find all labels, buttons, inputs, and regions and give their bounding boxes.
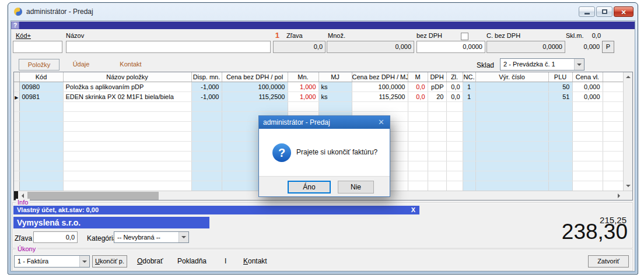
mnoz-field[interactable]: 0,000 bbox=[327, 41, 414, 53]
finish-button[interactable]: Ukončiť p. bbox=[92, 255, 127, 268]
kod-input[interactable] bbox=[13, 41, 62, 53]
dialog-message: Prajete si ukončiť faktúru? bbox=[296, 148, 377, 156]
empty-cell bbox=[572, 171, 603, 181]
empty-cell bbox=[603, 181, 623, 191]
empty-cell bbox=[14, 151, 19, 161]
close-window-button[interactable]: Zatvoriť bbox=[588, 255, 629, 268]
chevron-down-icon[interactable] bbox=[79, 256, 89, 267]
cell-nazov[interactable]: Položka s aplikovaním pDP bbox=[63, 82, 191, 92]
nazov-input[interactable] bbox=[66, 41, 271, 53]
kategoria-combobox[interactable]: -- Nevybraná -- bbox=[114, 231, 189, 243]
zlava-field[interactable]: 0,0 bbox=[273, 41, 326, 53]
cell-plu[interactable]: 51 bbox=[548, 92, 572, 101]
tab-polozky[interactable]: Položky bbox=[19, 59, 60, 71]
cell-kod[interactable]: 00980 bbox=[19, 82, 63, 92]
titlebar[interactable]: administrátor - Predaj bbox=[8, 3, 638, 20]
header-disp[interactable]: Disp. mn. bbox=[191, 72, 222, 82]
cell-cena-pol[interactable]: 100,0000 bbox=[222, 82, 288, 92]
cell-mj[interactable]: ks bbox=[318, 92, 352, 101]
header-cena-vl[interactable]: Cena vl. bbox=[572, 72, 603, 82]
zlava-bottom-input[interactable]: 0,0 bbox=[33, 231, 78, 243]
cell-dph[interactable]: pDP bbox=[428, 82, 446, 92]
cell-nc[interactable]: 1 bbox=[463, 82, 475, 92]
empty-cell bbox=[463, 161, 475, 171]
mnoz-label: Množ. bbox=[328, 32, 345, 39]
account-close-icon[interactable]: X bbox=[411, 206, 415, 214]
cell-nc[interactable]: 1 bbox=[463, 92, 475, 101]
cell-zl[interactable]: 0,0 bbox=[446, 92, 463, 101]
cell-dph[interactable]: 20 bbox=[428, 92, 446, 101]
header-plu[interactable]: PLU bbox=[548, 72, 572, 82]
doctype-combobox[interactable]: 1 - Faktúra bbox=[14, 255, 90, 268]
maximize-button[interactable] bbox=[596, 6, 612, 17]
header-kod[interactable]: Kód bbox=[19, 72, 63, 82]
empty-cell bbox=[14, 141, 19, 151]
vertical-scrollbar[interactable] bbox=[623, 72, 632, 191]
minimize-button[interactable] bbox=[579, 6, 595, 17]
header-nc[interactable]: NC. bbox=[463, 72, 475, 82]
contact-button[interactable]: Kontakt bbox=[243, 257, 267, 265]
cell-cena-pol[interactable]: 115,2500 bbox=[222, 92, 288, 101]
help-button[interactable]: ? bbox=[11, 22, 19, 29]
empty-cell bbox=[408, 111, 428, 121]
dialog-title[interactable]: administrátor - Predaj bbox=[259, 116, 390, 129]
empty-cell bbox=[475, 101, 548, 111]
cell-cena-mj[interactable]: 115,2500 bbox=[352, 92, 408, 101]
tab-kontakt[interactable]: Kontakt bbox=[115, 59, 146, 71]
empty-cell bbox=[19, 161, 63, 171]
sklad-combobox[interactable]: 2 - Prevádzka č. 1 bbox=[500, 58, 584, 71]
scroll-down-icon[interactable] bbox=[624, 181, 633, 191]
dph-checkbox[interactable] bbox=[461, 33, 468, 40]
no-button[interactable]: Nie bbox=[338, 181, 374, 193]
header-row: Kód Názov položky Disp. mn. Cena bez DPH… bbox=[14, 72, 623, 82]
header-cena-pol[interactable]: Cena bez DPH / pol bbox=[222, 72, 288, 82]
header-dph[interactable]: DPH bbox=[428, 72, 446, 82]
cell-mn[interactable]: 1,000 bbox=[288, 82, 318, 92]
cell-cena-vl[interactable]: 0,000 bbox=[572, 82, 603, 92]
empty-cell bbox=[548, 101, 572, 111]
header-vyr-cislo[interactable]: Výr. číslo bbox=[475, 72, 548, 82]
empty-cell bbox=[446, 141, 463, 151]
empty-cell bbox=[548, 121, 572, 131]
header-mj[interactable]: MJ bbox=[318, 72, 352, 82]
cell-mj[interactable]: ks bbox=[318, 82, 352, 92]
header-m[interactable]: M bbox=[408, 72, 428, 82]
bezdph-field[interactable]: 0,0000 bbox=[416, 41, 485, 53]
account-info-text: Vlastný účet, akt.stav: 0,00 bbox=[17, 206, 99, 213]
cell-disp[interactable]: -1,000 bbox=[191, 92, 222, 101]
empty-cell bbox=[463, 111, 475, 121]
header-cena-mj[interactable]: Cena bez DPH / MJ bbox=[352, 72, 408, 82]
i-button[interactable]: I bbox=[225, 257, 226, 265]
cbezdph-field[interactable]: 0,0000 bbox=[487, 41, 565, 53]
cell-vyr[interactable] bbox=[475, 92, 548, 101]
tab-udaje[interactable]: Údaje bbox=[68, 59, 94, 71]
cell-m[interactable]: 0,0 bbox=[408, 92, 428, 101]
empty-cell bbox=[572, 101, 603, 111]
dialog-close-icon[interactable] bbox=[378, 116, 384, 129]
close-button[interactable] bbox=[614, 6, 634, 17]
cell-kod[interactable]: 00981 bbox=[19, 92, 63, 101]
cell-vyr[interactable] bbox=[475, 82, 548, 92]
remove-button[interactable]: Odobrať bbox=[137, 257, 163, 265]
chevron-down-icon[interactable] bbox=[574, 59, 584, 70]
table-row-current[interactable]: ▶ 00981 EDEN skrinka PX 02 M1F1 biela/bi… bbox=[14, 92, 623, 101]
cell-plu[interactable]: 50 bbox=[548, 82, 572, 92]
header-zl[interactable]: Zl. bbox=[446, 72, 463, 82]
p-button[interactable]: P bbox=[602, 41, 614, 53]
cell-m[interactable]: 0,0 bbox=[408, 82, 428, 92]
header-nazov[interactable]: Názov položky bbox=[63, 72, 191, 82]
header-mn[interactable]: Mn. bbox=[288, 72, 318, 82]
chevron-down-icon[interactable] bbox=[178, 232, 188, 242]
cell-cena-vl[interactable]: 0,000 bbox=[572, 92, 603, 101]
cell-nazov[interactable]: EDEN skrinka PX 02 M1F1 biela/biela bbox=[63, 92, 191, 101]
scroll-up-icon[interactable] bbox=[624, 72, 633, 82]
cell-cena-mj[interactable]: 100,0000 bbox=[352, 82, 408, 92]
yes-button[interactable]: Áno bbox=[288, 181, 331, 193]
cell-zl[interactable]: 0,0 bbox=[446, 82, 463, 92]
cell-mn[interactable]: 1,000 bbox=[288, 92, 318, 101]
scroll-right-icon[interactable] bbox=[614, 191, 623, 200]
cell-disp[interactable]: -1,000 bbox=[191, 82, 222, 92]
cash-register-button[interactable]: Pokladňa bbox=[177, 257, 206, 265]
horizontal-scroll-thumb[interactable] bbox=[27, 192, 159, 200]
table-row[interactable]: 00980 Položka s aplikovaním pDP -1,000 1… bbox=[14, 82, 623, 92]
